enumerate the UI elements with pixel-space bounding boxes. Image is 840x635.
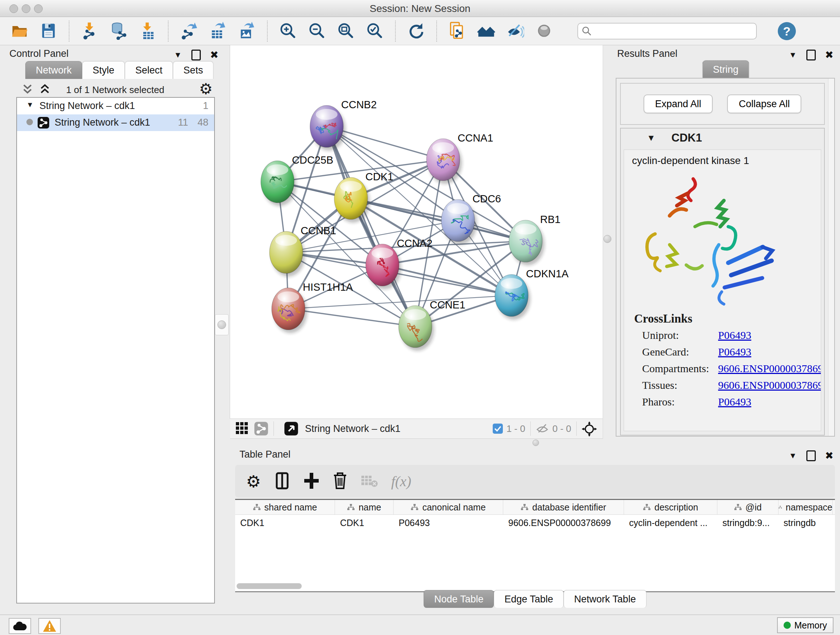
help-button[interactable]: ? [778,22,796,40]
results-panel-close-icon[interactable]: ✖ [825,49,834,61]
table-panel-menu-icon[interactable]: ▼ [789,451,797,461]
import-network-file-button[interactable] [80,21,100,41]
detach-view-button[interactable] [284,421,298,436]
export-table-button[interactable] [208,21,228,41]
crosslink-link[interactable]: P06493 [718,346,752,358]
control-tab-network[interactable]: Network [25,61,82,79]
render-eye-button[interactable] [534,21,554,41]
cloud-status-button[interactable] [9,618,31,634]
warnings-button[interactable] [38,618,61,634]
create-column-button[interactable] [303,472,319,491]
right-splitter[interactable] [603,45,612,439]
open-session-file-button[interactable] [447,21,467,41]
refresh-button[interactable] [406,21,426,41]
network-node-CCNB2[interactable]: CCNB2 [310,99,377,150]
open-session-button[interactable] [9,21,30,41]
search-input[interactable] [577,23,757,40]
control-tab-select[interactable]: Select [125,61,173,79]
table-cell[interactable]: CDK1 [235,515,335,531]
results-panel-float-icon[interactable] [806,50,816,60]
delete-table-button[interactable] [361,472,378,491]
network-edge[interactable] [327,126,415,326]
network-edge[interactable] [288,309,415,326]
export-network-button[interactable] [179,21,199,41]
zoom-out-button[interactable] [307,21,327,41]
node-label-CDKN1A: CDKN1A [526,268,569,279]
show-columns-button[interactable] [274,472,291,491]
table-cell[interactable]: cyclin-dependent ... [624,515,717,531]
table-row[interactable]: CDK1CDK1P064939606.ENSP00000378699cyclin… [235,515,835,531]
network-collection-row[interactable]: ▼ String Network – cdk1 1 [17,98,214,114]
column-header-name[interactable]: name [335,500,393,515]
birds-eye-toggle-button[interactable] [582,421,597,436]
view-grid-button[interactable] [235,421,249,436]
gene-expander-icon[interactable]: ▼ [647,133,655,143]
table-cell[interactable]: CDK1 [335,515,393,531]
column-header-canonical-name[interactable]: canonical name [393,500,503,515]
function-builder-button[interactable]: f(x) [391,472,411,491]
zoom-selected-button[interactable] [365,21,385,41]
selected-checkbox-icon[interactable] [493,424,503,434]
column-label: shared name [264,502,317,513]
table-cell[interactable]: P06493 [393,515,503,531]
network-node-CCNE1[interactable]: CCNE1 [399,299,465,351]
node-label-CDC25B: CDC25B [292,154,333,166]
table-cell[interactable]: stringdb [778,515,833,531]
export-image-button[interactable] [237,21,257,41]
network-node-RB1[interactable]: RB1 [509,214,561,265]
network-node-CDC25B[interactable]: CDC25B [261,154,333,206]
table-tab-node-table[interactable]: Node Table [424,590,494,608]
crosslink-link[interactable]: P06493 [718,329,752,341]
control-panel-close-icon[interactable]: ✖ [210,49,218,61]
column-header-database-identifier[interactable]: database identifier [503,500,624,515]
results-panel-menu-icon[interactable]: ▼ [789,50,797,60]
hide-unhide-button[interactable] [505,21,525,41]
left-splitter-handle[interactable] [215,314,229,335]
zoom-fit-button[interactable] [336,21,356,41]
column-header-description[interactable]: description [624,500,717,515]
view-single-button[interactable] [254,421,268,436]
collapse-all-button[interactable]: Collapse All [727,95,801,113]
collection-expander-icon[interactable]: ▼ [27,101,34,109]
column-header--id[interactable]: @id [717,500,778,515]
memory-button[interactable]: Memory [777,617,834,633]
column-header-shared-name[interactable]: shared name [235,500,335,515]
save-session-button[interactable] [38,21,58,41]
crosslink-link[interactable]: 9606.ENSP00000378699 [718,379,821,391]
network-view-title: String Network – cdk1 [305,423,401,434]
import-table-file-button[interactable] [137,21,158,41]
crosslink-link[interactable]: 9606.ENSP00000378699 [718,363,821,375]
table-cell[interactable]: stringdb:9... [717,515,778,531]
control-tab-sets[interactable]: Sets [173,61,213,79]
column-attribute-icon [411,504,418,511]
network-canvas[interactable]: CCNB2CCNA1CDC25BCDK1CDC6RB1CCNB1CCNA2CDK… [230,45,603,418]
delete-column-button[interactable] [332,472,347,491]
network-options-gear-icon[interactable]: ⚙ [199,80,213,98]
table-panel-close-icon[interactable]: ✖ [825,450,834,462]
zoom-in-button[interactable] [278,21,298,41]
crosslink-row: GeneCard:P06493 [634,346,821,363]
control-panel-menu-icon[interactable]: ▼ [174,50,182,60]
home-button[interactable] [476,21,496,41]
network-edge[interactable] [382,265,512,295]
table-cell[interactable]: 9606.ENSP00000378699 [503,515,624,531]
hidden-eye-slash-icon[interactable] [536,423,549,434]
crosslink-link[interactable]: P06493 [718,396,752,408]
table-panel-float-icon[interactable] [806,450,816,461]
network-node-CDKN1A[interactable]: CDKN1A [495,268,569,320]
import-network-database-button[interactable] [109,21,129,41]
table-tab-edge-table[interactable]: Edge Table [494,590,564,608]
network-node-CDC6[interactable]: CDC6 [441,193,501,245]
horizontal-splitter-handle[interactable] [532,440,539,446]
control-panel-float-icon[interactable] [191,50,201,60]
column-header-namespace[interactable]: namespace [778,500,833,515]
gene-section-header[interactable]: ▼ CDK1 [621,128,824,149]
expand-all-button[interactable]: Expand All [644,95,713,113]
network-row[interactable]: String Network – cdk1 11 48 [17,114,214,131]
control-tab-style[interactable]: Style [82,61,125,79]
table-settings-button[interactable]: ⚙ [246,472,261,491]
results-tab-string[interactable]: String [703,60,749,78]
table-horizontal-scrollbar[interactable] [237,583,302,589]
results-scrollbar[interactable] [828,79,834,436]
table-tab-network-table[interactable]: Network Table [564,590,646,608]
